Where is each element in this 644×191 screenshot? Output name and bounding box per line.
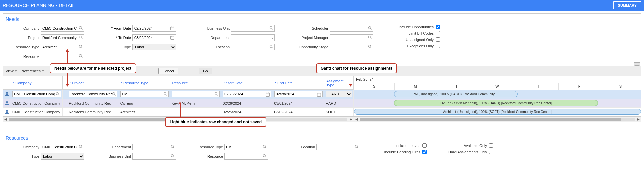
cell-start-date: 02/25/2024: [221, 108, 273, 116]
cell-company: CMiC Construction Company: [11, 108, 63, 116]
res-business-unit-label: Business Unit: [98, 154, 131, 158]
res-resource-label: Resource: [190, 154, 223, 158]
res-company-label: Company: [6, 145, 39, 149]
search-icon[interactable]: [79, 45, 83, 49]
search-icon[interactable]: [368, 26, 372, 30]
cell-assignment-type: HARD: [324, 99, 353, 108]
cell-resource-type[interactable]: [120, 91, 169, 97]
col-project[interactable]: * Project: [67, 76, 119, 90]
res-department-field[interactable]: [132, 144, 176, 150]
cancel-button[interactable]: Cancel: [158, 68, 178, 74]
cell-assignment-type[interactable]: HARD: [326, 91, 352, 97]
gantt-bar[interactable]: Civ Eng (Kevin McKenin), 100% (HARD) [Ro…: [394, 100, 598, 106]
search-icon[interactable]: [269, 35, 273, 39]
table-row[interactable]: CMiC Construction Company Rockford Commu…: [3, 108, 354, 116]
col-company[interactable]: * Company: [11, 76, 63, 90]
col-start-date[interactable]: * Start Date: [221, 76, 273, 90]
cell-end-date[interactable]: [274, 91, 323, 97]
location-label: Location: [190, 45, 230, 49]
resource-field[interactable]: [41, 53, 84, 60]
include-opp-checkbox[interactable]: [436, 25, 440, 29]
res-type-label: Type: [6, 154, 39, 158]
col-end-date[interactable]: * End Date: [273, 76, 324, 90]
opportunity-stage-field[interactable]: [330, 44, 373, 50]
col-assignment-type[interactable]: Assigment Type: [324, 76, 353, 90]
business-unit-field[interactable]: [231, 25, 275, 32]
cell-resource: Kevin McKenin: [170, 99, 221, 108]
project-manager-field[interactable]: [330, 34, 373, 41]
calendar-icon[interactable]: [170, 26, 175, 31]
company-field[interactable]: [41, 25, 84, 32]
summary-button[interactable]: SUMMARY: [613, 1, 641, 9]
available-only-checkbox[interactable]: [489, 143, 493, 148]
search-icon[interactable]: [263, 145, 267, 149]
to-date-field[interactable]: [132, 34, 176, 41]
view-menu[interactable]: View▼: [6, 69, 17, 73]
cell-resource[interactable]: [172, 91, 220, 97]
project-field[interactable]: [41, 34, 84, 41]
search-icon[interactable]: [79, 26, 83, 30]
table-row[interactable]: HARD: [3, 90, 354, 99]
search-icon[interactable]: [171, 145, 175, 149]
cell-assignment-type: SOFT: [324, 108, 353, 116]
search-icon[interactable]: [269, 45, 273, 49]
scheduler-field[interactable]: [330, 25, 373, 32]
gantt-bar[interactable]: PM (Unassigned), 100% (HARD) [Rockford C…: [394, 91, 518, 97]
gantt-hscroll[interactable]: ◀▶: [354, 116, 641, 122]
resources-panel: Resources Company TypeLabor Department B…: [3, 132, 641, 163]
calendar-icon[interactable]: [265, 92, 270, 97]
cell-start-date[interactable]: [223, 91, 271, 97]
search-icon[interactable]: [79, 35, 83, 39]
res-resource-field[interactable]: [224, 153, 268, 160]
gantt-bar[interactable]: Architect (Unassigned), 100% (SOFT) [Roc…: [354, 109, 641, 115]
include-pending-checkbox[interactable]: [422, 150, 427, 154]
gantt-row: Civ Eng (Kevin McKenin), 100% (HARD) [Ro…: [354, 99, 641, 108]
res-location-field[interactable]: [316, 144, 360, 150]
cell-project[interactable]: [69, 91, 117, 97]
calendar-icon[interactable]: [170, 35, 175, 40]
limit-bill-checkbox[interactable]: [436, 31, 440, 35]
from-date-field[interactable]: [132, 25, 176, 32]
res-business-unit-field[interactable]: [132, 153, 176, 160]
col-resource-type[interactable]: * Resource Type: [119, 76, 170, 90]
res-type-select[interactable]: Labor: [41, 153, 84, 160]
search-icon[interactable]: [163, 92, 167, 96]
person-icon: [5, 109, 9, 114]
cell-project: Rockford Community Rec: [67, 99, 119, 108]
search-icon[interactable]: [269, 26, 273, 30]
search-icon[interactable]: [79, 145, 83, 149]
search-icon[interactable]: [355, 145, 359, 149]
include-leaves-checkbox[interactable]: [422, 143, 427, 148]
needs-panel: Needs Company Project Resource Type Reso…: [3, 13, 641, 63]
exceptions-label: Exceptions Only: [387, 44, 434, 48]
department-field[interactable]: [231, 34, 275, 41]
search-icon[interactable]: [368, 45, 372, 49]
gantt-chart: Feb 25, 24 SMTWTFS PM (Unassigned), 100%…: [354, 76, 641, 122]
include-leaves-label: Include Leaves: [373, 144, 420, 148]
needs-title: Needs: [6, 16, 638, 22]
type-select[interactable]: Labor: [132, 44, 176, 50]
search-icon[interactable]: [368, 35, 372, 39]
hard-only-checkbox[interactable]: [489, 150, 493, 154]
search-icon[interactable]: [112, 92, 116, 96]
annotation-project: Needs below are for the selected project: [50, 63, 136, 73]
search-icon[interactable]: [171, 154, 175, 158]
search-icon[interactable]: [214, 92, 218, 96]
unassigned-checkbox[interactable]: [436, 37, 440, 42]
search-icon[interactable]: [56, 92, 60, 96]
gantt-row: PM (Unassigned), 100% (HARD) [Rockford C…: [354, 90, 641, 99]
panel-collapse-handle[interactable]: ▾: [634, 62, 640, 66]
resource-type-field[interactable]: [41, 44, 84, 50]
go-button[interactable]: Go: [199, 68, 212, 74]
cell-company[interactable]: [12, 91, 61, 97]
preferences-menu[interactable]: Preferences▼: [21, 69, 44, 73]
res-company-field[interactable]: [41, 144, 84, 150]
search-icon[interactable]: [79, 54, 83, 58]
col-resource[interactable]: Resource: [170, 76, 221, 90]
location-field[interactable]: [231, 44, 275, 50]
cell-end-date: 03/02/2024: [273, 108, 324, 116]
res-resource-type-field[interactable]: [224, 144, 268, 150]
exceptions-checkbox[interactable]: [436, 44, 440, 48]
search-icon[interactable]: [263, 154, 267, 158]
calendar-icon[interactable]: [317, 92, 321, 97]
